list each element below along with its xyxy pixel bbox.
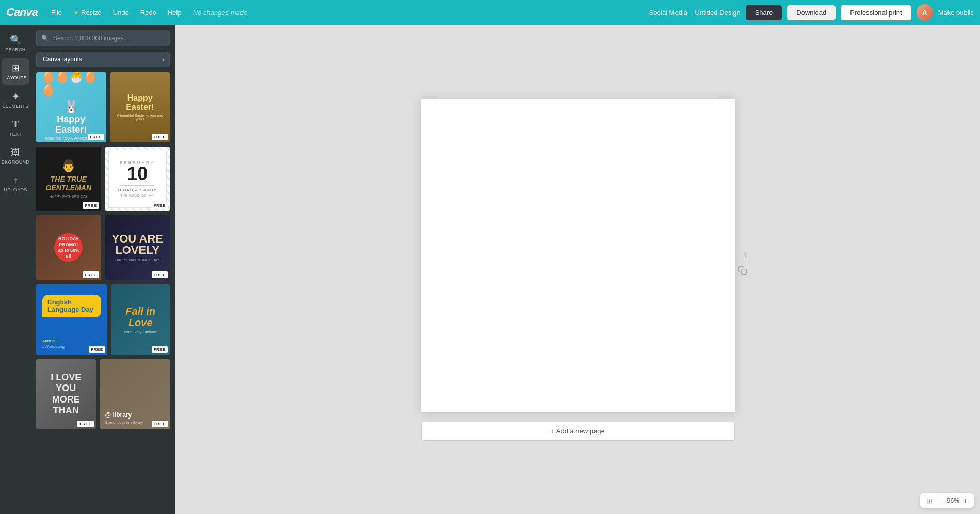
- add-page-button[interactable]: + Add a new page: [421, 422, 735, 441]
- undo-button[interactable]: Undo: [110, 7, 132, 19]
- free-badge-4: FREE: [152, 202, 168, 209]
- template-row: English Language Day April 23 #WorldLang…: [36, 284, 170, 356]
- help-button[interactable]: Help: [165, 7, 185, 19]
- template-card-fall-love[interactable]: Fall inLove With Every Embrace FREE: [111, 284, 170, 356]
- uploads-icon: ↑: [13, 175, 18, 186]
- free-badge-6: FREE: [152, 271, 168, 278]
- fit-screen-button[interactable]: ⊞: [924, 495, 935, 506]
- download-button[interactable]: Download: [787, 5, 836, 20]
- file-menu[interactable]: File: [48, 7, 65, 19]
- feb-divider: [120, 185, 155, 186]
- canvas-container: 1: [421, 99, 735, 412]
- duplicate-page-button[interactable]: [738, 266, 747, 277]
- print-button[interactable]: Professional print: [841, 5, 911, 20]
- gentleman-sub: HAPPY FATHER'S DAY: [50, 195, 88, 198]
- valentines-text: YOU ARELOVELY: [112, 233, 163, 256]
- sidebar-item-layouts[interactable]: ⊞ LAYOUTS: [2, 58, 29, 85]
- document-title: Social Media – Untitled Design: [649, 9, 741, 17]
- english-day-title: English Language Day: [47, 299, 96, 314]
- search-icon-inner: 🔍: [41, 35, 49, 42]
- free-badge-9: FREE: [77, 421, 93, 427]
- make-public-button[interactable]: Make public: [938, 9, 974, 17]
- feb-tagline: THE WEDDING DAY: [120, 194, 154, 197]
- template-row: 🥚🥚🐣🥚🥚 🐰 Happy Easter! WISHING YOU A WOND…: [36, 72, 170, 142]
- bunny-icon: 🐰: [63, 99, 79, 114]
- template-row: 👨 THE TRUEGENTLEMAN HAPPY FATHER'S DAY F…: [36, 147, 170, 212]
- layout-select[interactable]: Canva layouts: [36, 52, 170, 67]
- status-text: No changes made: [190, 7, 251, 19]
- library-title: @ library: [105, 411, 165, 419]
- template-panel: 🔍 Canva layouts ▾ 🥚🥚🐣🥚🥚 🐰 Happy Easter! …: [31, 25, 175, 514]
- fall-love-sub: With Every Embrace: [124, 330, 157, 334]
- free-badge-7: FREE: [89, 346, 105, 353]
- elements-icon: ✦: [12, 91, 20, 102]
- zoom-out-button[interactable]: −: [937, 495, 945, 506]
- svg-rect-0: [741, 269, 746, 274]
- easter-title-2: HappyEaster!: [126, 93, 154, 111]
- sidebar-item-text[interactable]: T TEXT: [2, 115, 29, 141]
- valentines-sub: HAPPY VALENTINE'S DAY: [115, 258, 159, 262]
- background-icon: 🖼: [11, 147, 20, 158]
- english-bubble: English Language Day: [42, 295, 101, 318]
- sidebar-item-elements[interactable]: ✦ ELEMENTS: [2, 87, 29, 113]
- canvas-area: 1 + Add a new page: [175, 25, 980, 514]
- sidebar-item-uploads[interactable]: ↑ UPLOADS: [2, 171, 29, 197]
- search-input[interactable]: [36, 30, 170, 46]
- avatar[interactable]: A: [917, 4, 933, 21]
- crown-icon: ♛: [73, 9, 79, 16]
- mustache-icon: 👨: [61, 159, 75, 173]
- layouts-icon: ⊞: [12, 62, 20, 74]
- english-day-tag: #WorldLang: [42, 344, 65, 349]
- free-badge-8: FREE: [152, 346, 168, 353]
- gentleman-title: THE TRUEGENTLEMAN: [45, 175, 91, 192]
- canvas[interactable]: [421, 99, 735, 412]
- template-row: I LOVEYOUMORETHAN FREE @ library Spend t…: [36, 359, 170, 429]
- resize-button[interactable]: ♛ Resize: [70, 7, 105, 19]
- english-day-date: April 23: [42, 339, 56, 343]
- zoom-in-button[interactable]: +: [961, 495, 970, 506]
- free-badge-10: FREE: [152, 421, 168, 427]
- page-number: 1: [743, 251, 747, 259]
- template-row: HOLIDAYPROMO!up to 50% off FREE YOU AREL…: [36, 215, 170, 280]
- template-card-happy-easter-2[interactable]: HappyEaster! A beautiful Easter to you a…: [110, 72, 170, 142]
- template-grid: 🥚🥚🐣🥚🥚 🐰 Happy Easter! WISHING YOU A WOND…: [31, 72, 175, 514]
- search-icon: 🔍: [10, 34, 21, 45]
- i-love-text: I LOVEYOUMORETHAN: [51, 372, 81, 416]
- easter-sub-2: A beautiful Easter to you and yours: [115, 114, 166, 121]
- template-card-valentines[interactable]: YOU ARELOVELY HAPPY VALENTINE'S DAY FREE: [105, 215, 170, 280]
- holiday-text: HOLIDAYPROMO!up to 50% off: [54, 236, 83, 259]
- search-bar: 🔍: [36, 30, 170, 46]
- feb-names: DINAH & SANDY: [118, 188, 157, 192]
- share-button[interactable]: Share: [746, 5, 782, 20]
- template-card-i-love[interactable]: I LOVEYOUMORETHAN FREE: [36, 359, 96, 429]
- template-card-february[interactable]: FEBRUARY 10 DINAH & SANDY THE WEDDING DA…: [105, 147, 170, 212]
- free-badge-1: FREE: [88, 134, 104, 140]
- sidebar-item-search[interactable]: 🔍 SEARCH: [2, 30, 29, 56]
- template-card-gentleman[interactable]: 👨 THE TRUEGENTLEMAN HAPPY FATHER'S DAY F…: [36, 147, 101, 212]
- topbar: Canva File ♛ Resize Undo Redo Help No ch…: [0, 0, 980, 25]
- app-logo[interactable]: Canva: [6, 6, 38, 19]
- easter-title-1: Happy Easter!: [41, 115, 101, 135]
- free-badge-2: FREE: [152, 134, 168, 140]
- redo-button[interactable]: Redo: [137, 7, 159, 19]
- template-card-happy-easter-1[interactable]: 🥚🥚🐣🥚🥚 🐰 Happy Easter! WISHING YOU A WOND…: [36, 72, 106, 142]
- fall-love-title: Fall inLove: [125, 306, 155, 328]
- template-card-library[interactable]: @ library Spend today in a library FREE: [100, 359, 170, 429]
- feb-date: 10: [127, 165, 148, 183]
- sidebar-item-background[interactable]: 🖼 BKGROUND: [2, 143, 29, 169]
- template-card-english-day[interactable]: English Language Day April 23 #WorldLang…: [36, 284, 107, 356]
- main-layout: 🔍 SEARCH ⊞ LAYOUTS ✦ ELEMENTS T TEXT 🖼 B…: [0, 25, 980, 514]
- template-card-holiday-promo[interactable]: HOLIDAYPROMO!up to 50% off FREE: [36, 215, 101, 280]
- free-badge-3: FREE: [83, 202, 99, 209]
- holiday-bubble: HOLIDAYPROMO!up to 50% off: [54, 233, 83, 262]
- free-badge-5: FREE: [83, 271, 99, 278]
- zoom-bar: ⊞ − 96% +: [920, 493, 974, 508]
- layout-dropdown: Canva layouts ▾: [36, 52, 170, 67]
- text-icon: T: [12, 119, 19, 130]
- zoom-level: 96%: [947, 497, 959, 504]
- icon-sidebar: 🔍 SEARCH ⊞ LAYOUTS ✦ ELEMENTS T TEXT 🖼 B…: [0, 25, 31, 514]
- easter-eggs-icon: 🥚🥚🐣🥚🥚: [41, 72, 101, 97]
